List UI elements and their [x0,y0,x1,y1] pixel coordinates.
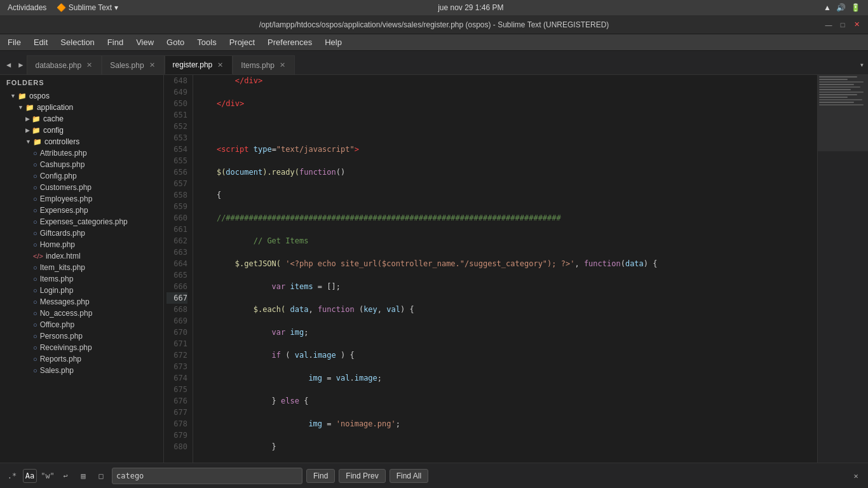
file-receivings[interactable]: ○ Receivings.php [0,342,163,353]
folder-icon: 📁 [18,92,27,100]
php-file-icon: ○ [33,355,37,363]
find-case-btn[interactable]: Aa [23,469,37,483]
file-login[interactable]: ○ Login.php [0,285,163,296]
php-file-icon: ○ [33,275,37,283]
find-in-sel-btn[interactable]: ▤ [76,469,90,483]
arrow-icon: ▶ [25,127,30,133]
find-bar: .* Aa "w" ↩ ▤ □ Find Find Prev Find All … [0,463,868,488]
file-label: Sales.php [40,366,74,375]
folder-ospos[interactable]: ▼ 📁 ospos [0,90,163,102]
menu-preferences[interactable]: Preferences [262,36,317,48]
maximize-button[interactable]: □ [837,20,848,30]
menu-tools[interactable]: Tools [192,36,221,48]
folder-label: application [37,103,73,112]
file-label: Home.php [40,240,75,249]
file-office[interactable]: ○ Office.php [0,319,163,330]
file-reports[interactable]: ○ Reports.php [0,353,163,365]
file-label: Expenses.php [40,206,88,215]
php-file-icon: ○ [33,149,37,157]
menu-selection[interactable]: Selection [55,36,99,48]
code-content[interactable]: </div> </div> <script type="text/javascr… [193,75,817,463]
file-attributes[interactable]: ○ Attributes.php [0,147,163,159]
tab-database-php[interactable]: database.php ✕ [27,55,102,74]
menu-bar: File Edit Selection Find View Goto Tools… [0,34,868,51]
tab-close-sales[interactable]: ✕ [148,60,156,70]
file-label: Expenses_categories.php [40,217,128,226]
file-label: Office.php [40,320,74,329]
find-regex-btn[interactable]: .* [5,469,19,483]
php-file-icon: ○ [33,321,37,329]
code-area[interactable]: 648649650651652 653654655656657 65865966… [164,75,868,463]
menu-help[interactable]: Help [320,36,347,48]
find-input-container [112,468,302,484]
find-wrap-btn[interactable]: ↩ [58,469,72,483]
file-expenses-categories[interactable]: ○ Expenses_categories.php [0,216,163,227]
file-giftcards[interactable]: ○ Giftcards.php [0,227,163,239]
minimap [817,75,868,463]
folder-controllers[interactable]: ▼ 📁 controllers [0,136,163,147]
menu-project[interactable]: Project [224,36,260,48]
menu-edit[interactable]: Edit [29,36,53,48]
file-no-access[interactable]: ○ No_access.php [0,308,163,319]
find-all-button[interactable]: Find All [390,469,428,483]
folder-label: config [43,126,64,135]
php-file-icon: ○ [33,241,37,248]
find-close-btn[interactable]: ✕ [849,469,863,483]
menu-find[interactable]: Find [102,36,128,48]
php-file-icon: ○ [33,309,37,317]
folder-icon: 📁 [33,138,42,146]
html-file-icon: </> [33,252,43,260]
file-sales[interactable]: ○ Sales.php [0,365,163,376]
tab-register-php[interactable]: register.php ✕ [165,55,233,74]
find-prev-button[interactable]: Find Prev [339,469,385,483]
svg-rect-13 [818,75,868,151]
file-items[interactable]: ○ Items.php [0,273,163,285]
tab-label: Items.php [241,61,275,70]
tab-sales-php[interactable]: Sales.php ✕ [102,55,164,74]
file-persons[interactable]: ○ Persons.php [0,330,163,342]
folder-label: controllers [44,137,79,146]
minimize-button[interactable]: — [824,20,834,30]
file-label: index.html [46,252,81,261]
folder-config[interactable]: ▶ 📁 config [0,125,163,136]
find-highlight-btn[interactable]: □ [94,469,108,483]
file-sidebar: FOLDERS ▼ 📁 ospos ▼ 📁 application ▶ 📁 ca… [0,75,164,463]
tab-prev-arrow[interactable]: ◀ [3,55,15,74]
tab-close-database[interactable]: ✕ [85,60,93,70]
folder-cache[interactable]: ▶ 📁 cache [0,113,163,125]
tab-dropdown-arrow[interactable]: ▾ [856,55,868,74]
folder-icon: 📁 [25,104,34,112]
file-expenses[interactable]: ○ Expenses.php [0,205,163,216]
activities-label[interactable]: Actividades [8,3,46,12]
tab-items-php[interactable]: Items.php ✕ [233,55,295,74]
file-item-kits[interactable]: ○ Item_kits.php [0,262,163,273]
file-cashups[interactable]: ○ Cashups.php [0,159,163,170]
php-file-icon: ○ [33,184,37,191]
find-button[interactable]: Find [306,469,335,483]
tab-close-register[interactable]: ✕ [216,60,224,70]
file-home[interactable]: ○ Home.php [0,239,163,250]
php-file-icon: ○ [33,344,37,351]
title-bar: /opt/lampp/htdocs/ospos/application/view… [0,15,868,34]
folder-application[interactable]: ▼ 📁 application [0,102,163,113]
menu-file[interactable]: File [3,36,26,48]
minimap-canvas [818,75,868,463]
php-file-icon: ○ [33,195,37,203]
file-messages[interactable]: ○ Messages.php [0,296,163,308]
find-word-btn[interactable]: "w" [41,469,55,483]
file-config[interactable]: ○ Config.php [0,170,163,182]
file-customers[interactable]: ○ Customers.php [0,182,163,193]
menu-view[interactable]: View [131,36,159,48]
php-file-icon: ○ [33,161,37,168]
menu-goto[interactable]: Goto [161,36,189,48]
close-button[interactable]: ✕ [851,20,862,30]
tab-close-items[interactable]: ✕ [278,60,287,70]
file-index-html[interactable]: </> index.html [0,250,163,262]
file-employees[interactable]: ○ Employees.php [0,193,163,205]
tab-label: database.php [35,61,81,70]
find-input[interactable] [116,471,281,480]
tab-label: register.php [173,60,213,69]
app-name: 🔶 Sublime Text ▾ [57,3,118,12]
php-file-icon: ○ [33,264,37,271]
tab-next-arrow[interactable]: ▶ [15,55,27,74]
